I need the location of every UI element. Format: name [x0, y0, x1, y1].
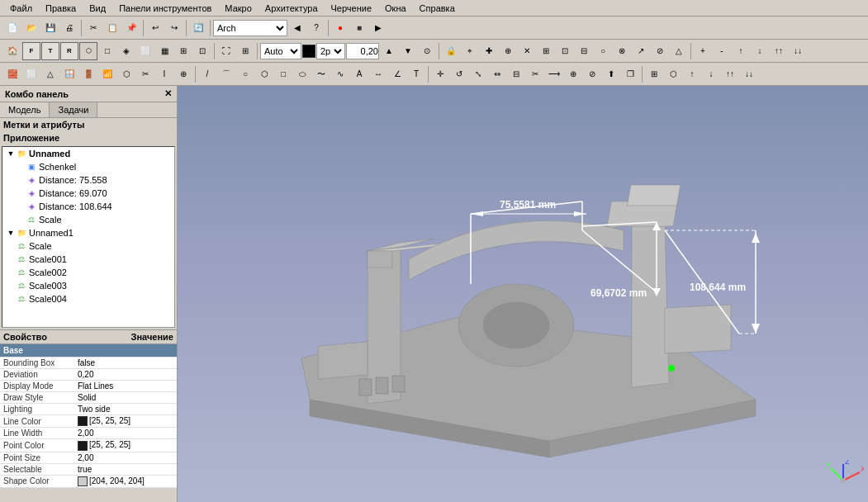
tab-model[interactable]: Модель — [0, 102, 50, 117]
snap-extra2[interactable]: ↑ — [683, 65, 701, 83]
mod-extend[interactable]: ⟶ — [545, 65, 563, 83]
draw-poly[interactable]: ⬡ — [255, 65, 273, 83]
tree-item-scale002[interactable]: ⚖ Scale002 — [2, 266, 174, 279]
arch-wall[interactable]: 🧱 — [3, 65, 21, 83]
view-right[interactable]: R — [60, 42, 78, 60]
tb-n6[interactable]: ↓↓ — [789, 42, 807, 60]
grid-icon[interactable]: ⊞ — [236, 42, 254, 60]
paste-btn[interactable]: 📌 — [122, 19, 140, 37]
draw-spline[interactable]: 〜 — [312, 65, 330, 83]
workbench-select[interactable]: Arch — [213, 20, 287, 36]
new-btn[interactable]: 📄 — [3, 19, 21, 37]
workbench-next[interactable]: ? — [307, 19, 325, 37]
draw-circle[interactable]: ○ — [236, 65, 254, 83]
props-row-display[interactable]: Display Mode Flat Lines — [0, 381, 177, 392]
tb-n5[interactable]: ↑↑ — [770, 42, 788, 60]
play-btn[interactable]: ▶ — [369, 19, 387, 37]
draw-mode-select[interactable]: Auto — [260, 43, 301, 59]
props-row-lighting[interactable]: Lighting Two side — [0, 404, 177, 415]
view-box[interactable]: ⬜ — [136, 42, 154, 60]
tb-snap7[interactable]: ⊟ — [575, 42, 593, 60]
arch-extra[interactable]: ⊕ — [174, 65, 192, 83]
tree-view[interactable]: ▼ 📁 Unnamed ▣ Schenkel ◈ Distance: 75.55… — [2, 146, 175, 328]
tb-n1[interactable]: + — [694, 42, 712, 60]
snap-grid[interactable]: ⊞ — [645, 65, 663, 83]
undo-btn[interactable]: ↩ — [146, 19, 164, 37]
tab-tasks[interactable]: Задачи — [50, 102, 97, 117]
draw-ellipse[interactable]: ⬭ — [293, 65, 311, 83]
menu-macro[interactable]: Макро — [218, 2, 258, 15]
menu-arch[interactable]: Архитектура — [259, 2, 325, 15]
tb-snap1[interactable]: ⌖ — [461, 42, 479, 60]
redo-btn[interactable]: ↪ — [165, 19, 183, 37]
view-persp[interactable]: ◈ — [117, 42, 135, 60]
props-row-dev[interactable]: Deviation 0,20 — [0, 369, 177, 381]
menu-panels[interactable]: Панели инструментов — [112, 2, 218, 15]
save-btn[interactable]: 💾 — [41, 19, 59, 37]
line-px-select[interactable]: 2px — [316, 43, 345, 59]
line-down[interactable]: ▼ — [399, 42, 417, 60]
draw-arc[interactable]: ⌒ — [217, 65, 235, 83]
line-val-input[interactable] — [346, 43, 379, 59]
tb-snap6[interactable]: ⊡ — [556, 42, 574, 60]
tb-snap2[interactable]: ✚ — [480, 42, 498, 60]
menu-windows[interactable]: Окна — [378, 2, 413, 15]
snap-extra5[interactable]: ↓↓ — [740, 65, 758, 83]
stop-btn[interactable]: ■ — [350, 19, 368, 37]
tb-n3[interactable]: ↑ — [732, 42, 750, 60]
draw-line[interactable]: / — [198, 65, 216, 83]
view-home[interactable]: 🏠 — [3, 42, 21, 60]
lock-btn[interactable]: 🔒 — [442, 42, 460, 60]
view-mode[interactable]: ▦ — [155, 42, 173, 60]
draw-angle[interactable]: ∠ — [388, 65, 406, 83]
tree-arrow-unnamed[interactable]: ▼ — [6, 149, 16, 159]
view-front[interactable]: F — [22, 42, 40, 60]
draw-text[interactable]: A — [350, 65, 368, 83]
tree-item-unnamed[interactable]: ▼ 📁 Unnamed — [2, 147, 174, 160]
tree-arrow-unnamed1[interactable]: ▼ — [6, 228, 16, 238]
copy-btn[interactable]: 📋 — [103, 19, 121, 37]
tree-item-dist2[interactable]: ◈ Distance: 69.070 — [2, 187, 174, 200]
menu-help[interactable]: Справка — [413, 2, 462, 15]
snap-extra3[interactable]: ↓ — [702, 65, 720, 83]
props-row-linewidth[interactable]: Line Width 2,00 — [0, 428, 177, 439]
line-color-btn[interactable] — [302, 45, 315, 58]
snap-extra4[interactable]: ↑↑ — [721, 65, 739, 83]
line-up[interactable]: ▲ — [380, 42, 398, 60]
cut-btn[interactable]: ✂ — [84, 19, 102, 37]
tb-snap12[interactable]: △ — [670, 42, 688, 60]
mod-rotate[interactable]: ↺ — [450, 65, 468, 83]
snap-icon[interactable]: ⛶ — [217, 42, 235, 60]
view-top[interactable]: T — [41, 42, 59, 60]
view-fit[interactable]: ⊞ — [174, 42, 192, 60]
mod-upgrade[interactable]: ⬆ — [602, 65, 620, 83]
tb-snap11[interactable]: ⊘ — [651, 42, 669, 60]
refresh-btn[interactable]: 🔄 — [189, 19, 207, 37]
arch-cut[interactable]: ✂ — [136, 65, 154, 83]
props-row-selectable[interactable]: Selectable true — [0, 463, 177, 475]
arch-door[interactable]: 🚪 — [79, 65, 97, 83]
tree-item-dist3[interactable]: ◈ Distance: 108.644 — [2, 200, 174, 213]
draw-dim[interactable]: ↔ — [369, 65, 387, 83]
arch-window[interactable]: 🪟 — [60, 65, 78, 83]
tb-extra1[interactable]: ⊙ — [418, 42, 436, 60]
props-row-draw[interactable]: Draw Style Solid — [0, 392, 177, 404]
props-scroll[interactable]: Base Bounding Box false Deviation 0,20 D… — [0, 344, 177, 488]
arch-floor[interactable]: ⬜ — [22, 65, 40, 83]
mod-scale2[interactable]: ⤡ — [469, 65, 487, 83]
props-row-pointcolor[interactable]: Point Color [25, 25, 25] — [0, 439, 177, 452]
tb-n2[interactable]: - — [713, 42, 731, 60]
draw-label[interactable]: T — [407, 65, 425, 83]
workbench-prev[interactable]: ◀ — [288, 19, 306, 37]
panel-close-btn[interactable]: ✕ — [164, 88, 172, 99]
viewport[interactable]: 75,5581 mm 69,6702 mm 108,644 mm X Y Z — [178, 86, 868, 502]
tb-snap10[interactable]: ↗ — [632, 42, 650, 60]
arch-struct[interactable]: I — [155, 65, 173, 83]
props-row-linecolor[interactable]: Line Color [25, 25, 25] — [0, 415, 177, 428]
tree-item-scale001[interactable]: ⚖ Scale001 — [2, 253, 174, 266]
arch-stairs[interactable]: 📶 — [98, 65, 116, 83]
mod-offset[interactable]: ⊟ — [507, 65, 525, 83]
snap-work[interactable]: ⬡ — [664, 65, 682, 83]
props-row-shapecolor[interactable]: Shape Color [204, 204, 204] — [0, 475, 177, 487]
record-btn[interactable]: ● — [331, 19, 349, 37]
